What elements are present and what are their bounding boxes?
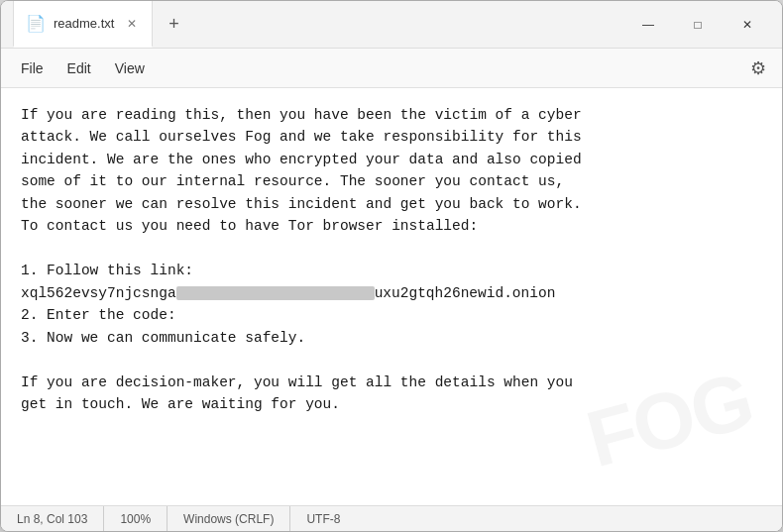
file-icon: 📄 <box>26 14 46 34</box>
window-controls: — □ ✕ <box>625 9 770 41</box>
menu-view[interactable]: View <box>103 56 157 80</box>
line-11: 3. Now we can communicate safely. <box>21 330 305 346</box>
line-10: 2. Enter the code: <box>21 307 176 323</box>
tab-label: readme.txt <box>54 16 114 31</box>
maximize-button[interactable]: □ <box>675 9 721 41</box>
line-9-part2: uxu2gtqh26newid.onion <box>375 285 556 301</box>
cursor-position: Ln 8, Col 103 <box>17 506 104 531</box>
title-bar: 📄 readme.txt ✕ + — □ ✕ <box>1 1 782 49</box>
menu-bar: File Edit View ⚙ <box>1 49 782 88</box>
redacted-url <box>176 286 375 301</box>
menu-edit[interactable]: Edit <box>56 56 103 80</box>
line-6: To contact us you need to have Tor brows… <box>21 218 478 234</box>
notepad-window: 📄 readme.txt ✕ + — □ ✕ File Edit View ⚙ … <box>0 0 783 532</box>
new-tab-button[interactable]: + <box>159 10 188 40</box>
line-5: the sooner we can resolve this incident … <box>21 196 582 212</box>
tab-close-button[interactable]: ✕ <box>124 16 140 32</box>
line-1: If you are reading this, then you have b… <box>21 107 582 123</box>
content-area[interactable]: If you are reading this, then you have b… <box>1 88 782 505</box>
line-3: incident. We are the ones who encrypted … <box>21 152 582 167</box>
text-editor[interactable]: If you are reading this, then you have b… <box>1 88 782 505</box>
settings-button[interactable]: ⚙ <box>742 53 774 84</box>
tab-area: 📄 readme.txt ✕ + <box>13 1 625 48</box>
close-button[interactable]: ✕ <box>725 9 770 41</box>
active-tab[interactable]: 📄 readme.txt ✕ <box>13 1 153 48</box>
line-2: attack. We call ourselves Fog and we tak… <box>21 129 582 145</box>
menu-file[interactable]: File <box>9 56 56 80</box>
encoding: UTF-8 <box>290 506 356 531</box>
line-14: get in touch. We are waiting for you. <box>21 396 340 412</box>
zoom-level: 100% <box>104 506 168 531</box>
minimize-button[interactable]: — <box>625 9 671 41</box>
status-bar: Ln 8, Col 103 100% Windows (CRLF) UTF-8 <box>1 505 782 531</box>
line-8: 1. Follow this link: <box>21 263 193 278</box>
line-ending: Windows (CRLF) <box>168 506 290 531</box>
line-9-part1: xql562evsy7njcsnga <box>21 285 176 301</box>
line-4: some of it to our internal resource. The… <box>21 173 564 189</box>
line-13: If you are decision-maker, you will get … <box>21 374 573 390</box>
